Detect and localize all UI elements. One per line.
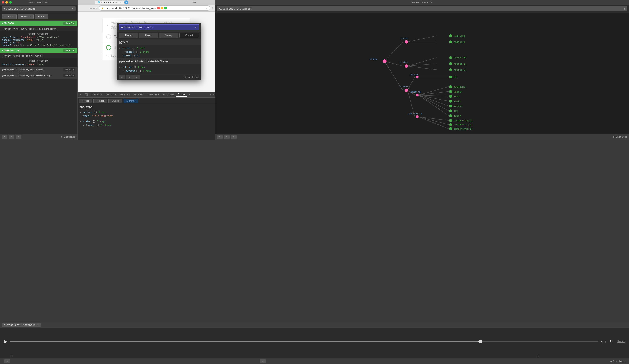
right-instance-selector[interactable]: Autoselect instances ▼ (217, 6, 314, 11)
dt-spacer (80, 118, 213, 120)
action-disable-complete-todo[interactable]: disable (63, 49, 75, 52)
forward-button[interactable]: → (93, 6, 95, 10)
tl-green-left[interactable] (9, 1, 12, 4)
mutations-add-todo: STORE MUTATIONS todos.0.text: "Use Redux… (0, 31, 77, 48)
left-toolbar: Commit Rollback Reset (0, 13, 77, 20)
action-disable-initroutes[interactable]: disable (63, 68, 75, 71)
dt-action-name: ADD_TODO (80, 106, 213, 109)
mutations-title-add-todo: STORE MUTATIONS (2, 32, 75, 36)
browser-tab-favicon: 🌐 (98, 1, 100, 3)
new-tab-btn[interactable]: + (124, 0, 128, 4)
rollback-button-left[interactable]: Rollback (18, 14, 34, 19)
devtools-controls: ⋮ ✕ (209, 93, 214, 96)
popup-init-body: ▼ state: {} 2 keys ▶ todos: [] 1 item ro… (117, 45, 201, 58)
browser-tl-green[interactable] (164, 7, 167, 9)
action-header-routerchange[interactable]: @@reduxReactRouter/routerDidChange disab… (0, 73, 77, 79)
dt-tab-console[interactable]: Console (104, 93, 118, 96)
left-icon-2[interactable]: ⊟ (9, 135, 14, 139)
popup-settings-btn[interactable]: ⚙ Settings (185, 76, 199, 79)
dt-tab-timeline[interactable]: Timeline (146, 93, 161, 96)
action-header-initroutes[interactable]: @@reduxReactRouter/initRoutes disable (0, 67, 77, 73)
browser-tab-active[interactable]: 🌐 Standard Todo?... ✕ (95, 1, 124, 4)
popup-reset-btn[interactable]: Reset (119, 33, 138, 38)
right-icon-2[interactable]: ⊟ (224, 135, 230, 139)
dt-reset-btn[interactable]: Reset (79, 99, 92, 103)
lock-icon: 🔒 (101, 7, 104, 9)
dt-tab-more[interactable]: » (187, 93, 192, 96)
dt-revert-btn[interactable]: Revert (93, 99, 107, 103)
dt-tab-redux[interactable]: Redux (176, 92, 187, 97)
mutation-line-complete-1: todos.0.completed: false → true (2, 63, 75, 66)
dt-tab-profiles[interactable]: Profiles (161, 93, 176, 96)
left-instance-selector[interactable]: Autoselect instances ▼ (2, 6, 76, 11)
browser-tabbar: 🌐 Standard Todo?... ✕ + MD (78, 0, 215, 5)
todo-chevron[interactable]: › (106, 23, 109, 27)
md-badge: MD (191, 1, 198, 4)
action-disable-add-todo[interactable]: disable (63, 22, 75, 25)
mutation-line-2: todos.0.completed: true → false (2, 39, 75, 41)
popup-devtools: Autoselect instances ▼ Reset Revert Swee… (117, 23, 201, 80)
tl-red-left[interactable] (2, 1, 4, 4)
left-panel-bottom: ⊞ ⊟ ⊠ ⚙ Settings (0, 134, 77, 140)
popup-init-section: @@INIT ▼ state: {} 2 keys ▶ todos: [] 1 … (117, 39, 201, 58)
dt-commit-btn[interactable]: Commit (124, 99, 139, 103)
reset-button-left[interactable]: Reset (35, 14, 48, 19)
dt-tab-elements[interactable]: Elements (89, 93, 104, 96)
left-icon-1[interactable]: ⊞ (2, 135, 7, 139)
popup-revert-btn[interactable]: Revert (139, 33, 158, 38)
star-icon[interactable]: ☆ (206, 6, 208, 10)
left-settings-btn[interactable]: ⚙ Settings (61, 136, 76, 138)
action-header-add-todo[interactable]: ADD_TODO disable (0, 20, 77, 26)
mutation-line-3: todos.0.id: 0 → 1 (2, 41, 75, 44)
action-disable-routerchange[interactable]: disable (63, 74, 75, 77)
right-icon-1[interactable]: ⊞ (217, 135, 223, 139)
menu-icon[interactable]: ≡ (212, 6, 213, 10)
popup-icon-1[interactable]: ⊞ (119, 75, 125, 80)
mutation-line-1: todos.0.text: "Use Redux" → "Test monito… (2, 36, 75, 39)
browser-tab-close[interactable]: ✕ (120, 1, 121, 3)
popup-init-name: @@INIT (117, 39, 201, 45)
commit-button-left[interactable]: Commit (2, 14, 16, 19)
popup-sweep-btn[interactable]: Sweep (159, 33, 179, 38)
devtools-tabbar: Elements Console Sources Network Timelin… (78, 92, 215, 97)
popup-instance-selector[interactable]: Autoselect instances ▼ (119, 24, 199, 30)
todo-check-1[interactable] (106, 34, 111, 39)
popup-icon-3[interactable]: ⊠ (134, 75, 140, 80)
devtools-inspect-icon[interactable] (78, 92, 84, 97)
refresh-button[interactable]: ↻ (96, 6, 97, 10)
action-name-add-todo: ADD_TODO (2, 22, 14, 25)
right-panel-titlebar: Redux DevTools (215, 0, 314, 5)
browser-tl-red[interactable] (157, 7, 160, 9)
left-panel-title: Redux DevTools (29, 1, 49, 4)
action-body-complete-todo: {"type":"COMPLETE_TODO","id":0} (0, 53, 77, 59)
action-name-routerchange: @@reduxReactRouter/routerDidChange (2, 74, 51, 77)
popup-icon-2[interactable]: ⊟ (126, 75, 133, 80)
left-icon-3[interactable]: ⊠ (16, 135, 21, 139)
right-icon-3[interactable]: ⊠ (231, 135, 237, 139)
dt-sweep-btn[interactable]: Sweep (108, 99, 122, 103)
dt-tab-network[interactable]: Network (132, 93, 146, 96)
right-selector-wrap: Autoselect instances ▼ (215, 5, 314, 13)
popup-commit-btn[interactable]: Commit (179, 33, 199, 38)
bottom-devtools-panel: Elements Console Sources Network Timelin… (78, 92, 215, 140)
browser-navbar: ← → ↻ 🔒 localhost:4002/#/Standard Todo?_… (78, 5, 215, 11)
mutation-line-4: todos.1: undefined → {"text":"Use Redux"… (2, 44, 75, 46)
popup-toolbar: Reset Revert Sweep Commit (117, 32, 201, 39)
traffic-lights-left (2, 1, 12, 4)
dt-state-section: ▼ state: {} 2 keys ▶ todos: [] 2 items (80, 120, 213, 127)
action-header-complete-todo[interactable]: COMPLETE_TODO disable (0, 48, 77, 53)
devtools-device-icon[interactable] (84, 92, 89, 97)
dt-todos-line: ▶ todos: [] 2 items (80, 123, 213, 127)
back-button[interactable]: ← (90, 6, 92, 10)
action-body-add-todo: {"type":"ADD_TODO","text":"Test monitors… (0, 26, 77, 31)
todo-check-2[interactable]: ✓ (106, 45, 111, 50)
action-list-left: ADD_TODO disable {"type":"ADD_TODO","tex… (0, 20, 77, 134)
browser-tl-yellow[interactable] (161, 7, 163, 9)
browser-tab-label: Standard Todo?... (101, 1, 118, 4)
popup-router-section: @@reduxReactRouter/routerDidChange ▼ act… (117, 59, 201, 74)
tl-yellow-left[interactable] (5, 1, 8, 4)
dt-more-btn[interactable]: ⋮ (209, 93, 212, 96)
url-bar[interactable]: 🔒 localhost:4002/#/Standard Todo?_k=xe2t… (99, 5, 210, 11)
dt-close-btn[interactable]: ✕ (213, 93, 214, 96)
dt-tab-sources[interactable]: Sources (118, 93, 132, 96)
